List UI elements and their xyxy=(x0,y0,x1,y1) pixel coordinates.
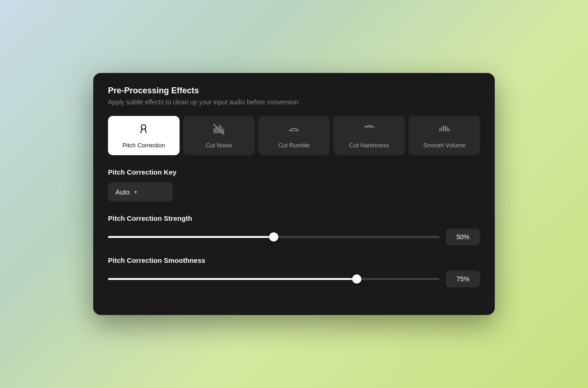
tab-smooth-volume[interactable]: Smooth Volume xyxy=(408,116,480,155)
pitch-correction-smoothness-row: 75% xyxy=(108,271,480,287)
tab-cut-noise-label: Cut Noise xyxy=(206,142,232,149)
tab-cut-harshness[interactable]: Cut Harshness xyxy=(333,116,405,155)
svg-line-1 xyxy=(141,128,142,133)
tab-pitch-correction[interactable]: Pitch Correction xyxy=(108,116,180,155)
tab-cut-harshness-label: Cut Harshness xyxy=(349,142,389,149)
dropdown-value: Auto xyxy=(115,188,130,196)
slider-thumb[interactable] xyxy=(269,232,278,242)
slider-thumb-2[interactable] xyxy=(352,274,361,284)
pitch-correction-strength-section: Pitch Correction Strength 50% xyxy=(108,214,480,245)
slider-fill-2 xyxy=(108,278,357,280)
cut-rumble-icon xyxy=(288,122,300,137)
cut-harshness-icon xyxy=(363,122,376,137)
pre-processing-panel: Pre-Processing Effects Apply subtle effe… xyxy=(93,73,495,315)
tab-cut-rumble-label: Cut Rumble xyxy=(278,142,310,149)
pitch-correction-smoothness-section: Pitch Correction Smoothness 75% xyxy=(108,256,480,287)
tabs-container: Pitch Correction Cut Noise xyxy=(108,116,480,155)
pitch-correction-smoothness-value: 75% xyxy=(446,271,480,287)
pitch-correction-smoothness-label: Pitch Correction Smoothness xyxy=(108,256,480,264)
pitch-correction-strength-label: Pitch Correction Strength xyxy=(108,214,480,222)
pitch-correction-key-dropdown[interactable]: Auto ▾ xyxy=(108,182,173,201)
slider-fill xyxy=(108,236,274,238)
pitch-correction-strength-row: 50% xyxy=(108,229,480,245)
pitch-correction-strength-slider[interactable] xyxy=(108,232,439,242)
pitch-correction-strength-value: 50% xyxy=(446,229,480,245)
pitch-correction-key-label: Pitch Correction Key xyxy=(108,168,480,176)
chevron-down-icon: ▾ xyxy=(134,189,137,195)
tab-cut-rumble[interactable]: Cut Rumble xyxy=(258,116,330,155)
cut-noise-icon xyxy=(212,122,225,137)
panel-subtitle: Apply subtle effects to clean up your in… xyxy=(108,98,480,106)
svg-line-2 xyxy=(145,128,146,133)
slider-track xyxy=(108,236,439,238)
tab-pitch-correction-label: Pitch Correction xyxy=(122,142,165,149)
tab-smooth-volume-label: Smooth Volume xyxy=(423,142,466,149)
smooth-volume-icon xyxy=(438,122,451,137)
panel-title: Pre-Processing Effects xyxy=(108,86,480,96)
slider-track-2 xyxy=(108,278,439,280)
pitch-correction-smoothness-slider[interactable] xyxy=(108,274,439,284)
tab-cut-noise[interactable]: Cut Noise xyxy=(183,116,255,155)
pitch-correction-icon xyxy=(137,122,150,137)
